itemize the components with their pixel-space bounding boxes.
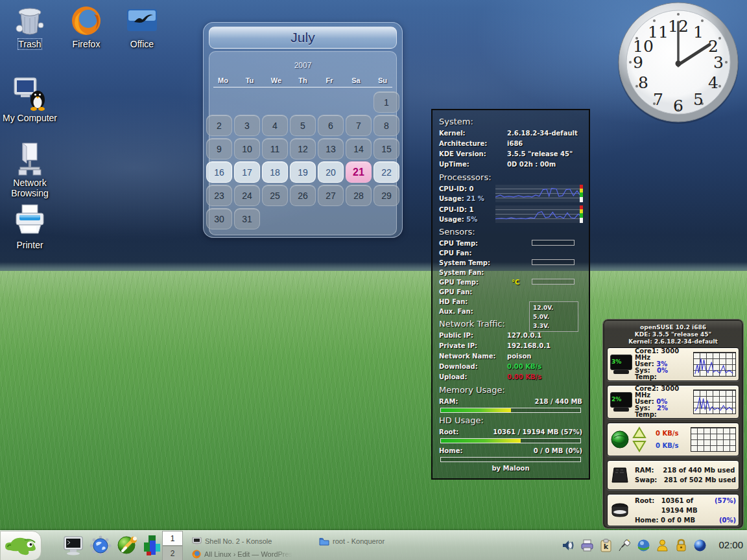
calendar-day[interactable]: 14 bbox=[346, 138, 372, 159]
klipper-icon[interactable]: k bbox=[599, 539, 613, 552]
sensors-section: CPU Temp: CPU Fan: System Temp: System F… bbox=[439, 239, 582, 316]
desktop-icon-office[interactable]: Office bbox=[112, 4, 172, 49]
desktop-icon-my-computer[interactable]: My Computer bbox=[0, 75, 60, 123]
cpu-screen-icon: 3% bbox=[610, 355, 631, 374]
calendar-day[interactable]: 23 bbox=[206, 185, 232, 206]
calendar-day[interactable]: 30 bbox=[206, 208, 232, 229]
section-processors-title: Processsors: bbox=[439, 172, 582, 182]
office-icon bbox=[125, 4, 159, 38]
calendar-day[interactable]: 28 bbox=[346, 185, 372, 206]
swap-used: 281 of 502 Mb used bbox=[664, 476, 736, 484]
calendar-day[interactable]: 9 bbox=[206, 138, 232, 159]
yast-icon bbox=[117, 535, 139, 556]
download-rate: 0.00 KB/s bbox=[507, 362, 541, 372]
calendar-day[interactable]: 6 bbox=[318, 115, 344, 136]
taskbar: 1 2 Shell No. 2 - Konsole root - Konquer… bbox=[0, 530, 747, 560]
calendar-widget[interactable]: July 2007 Mo Tu We Th Fr Sa Su 1 2 3 4 5… bbox=[203, 22, 403, 238]
calendar-day[interactable]: 31 bbox=[234, 208, 260, 229]
calendar-day[interactable]: 16 bbox=[206, 161, 232, 183]
calendar-day[interactable]: 26 bbox=[290, 185, 316, 206]
taskbar-task-konsole[interactable]: Shell No. 2 - Konsole bbox=[192, 535, 315, 548]
core2-block: 2% Core2: 3000 MHz User: 0% Sys: 2% Temp… bbox=[607, 385, 739, 419]
calendar-day[interactable]: 3 bbox=[234, 115, 260, 136]
analog-clock-widget[interactable]: 12 1 2 3 4 5 6 7 8 9 10 11 bbox=[615, 1, 743, 126]
kmenu-button[interactable] bbox=[0, 531, 42, 560]
system-tray: k bbox=[562, 539, 707, 552]
power-plug-icon[interactable] bbox=[618, 539, 632, 552]
upload-rate: 0.00 KB/s bbox=[507, 372, 541, 382]
konsole-launcher[interactable] bbox=[62, 535, 84, 559]
network-icon bbox=[12, 141, 47, 176]
calendar-day[interactable]: 11 bbox=[262, 138, 288, 159]
system-monitor-widget[interactable]: System: Kernel:2.6.18.2-34-default Archi… bbox=[431, 109, 590, 480]
core1-block: 3% Core1: 3000 MHz User: 3% Sys: 0% Temp… bbox=[607, 347, 739, 381]
task-title: Shell No. 2 - Konsole bbox=[205, 537, 272, 545]
calendar-day[interactable]: 12 bbox=[290, 138, 316, 159]
section-system-title: System: bbox=[439, 117, 582, 126]
taskbar-task-firefox[interactable]: All Linux › Edit — WordPres bbox=[192, 548, 335, 560]
calendar-day[interactable]: 20 bbox=[318, 161, 344, 183]
calendar-day[interactable]: 22 bbox=[374, 161, 399, 183]
calendar-weekday-row: Mo Tu We Th Fr Sa Su bbox=[213, 76, 392, 88]
printer-tray-icon[interactable] bbox=[580, 539, 594, 552]
calendar-day[interactable]: 13 bbox=[318, 138, 344, 159]
system-temp-bar bbox=[532, 259, 575, 265]
pager-desktop-2[interactable]: 2 bbox=[162, 546, 183, 560]
suse-geeko-icon bbox=[3, 533, 39, 558]
calendar-day[interactable]: 15 bbox=[374, 138, 399, 159]
network-manager-icon[interactable] bbox=[637, 539, 650, 552]
calendar-day[interactable]: 2 bbox=[206, 115, 232, 136]
yast-launcher[interactable] bbox=[117, 535, 139, 559]
upload-arrow-icon bbox=[632, 426, 646, 439]
task-title: root - Konqueror bbox=[333, 537, 385, 545]
widget-credit: by Maloon bbox=[439, 465, 582, 472]
sysguard-launcher[interactable] bbox=[143, 535, 161, 559]
wallet-lock-icon[interactable] bbox=[674, 539, 688, 552]
weekday-label: Fr bbox=[316, 76, 342, 84]
calendar-grid: 1 2 3 4 5 6 7 8 9 10 11 12 13 14 15 16 1… bbox=[213, 88, 392, 235]
cpu-id-label: CPU-ID: 1 bbox=[439, 205, 495, 215]
computer-penguin-icon bbox=[12, 75, 48, 111]
core1-graph bbox=[693, 352, 736, 377]
calendar-day[interactable]: 25 bbox=[262, 185, 288, 206]
core2-graph bbox=[693, 390, 736, 414]
pager-desktop-1[interactable]: 1 bbox=[162, 531, 183, 546]
calendar-day[interactable]: 10 bbox=[234, 138, 260, 159]
firefox-icon bbox=[69, 4, 103, 38]
calendar-day[interactable]: 24 bbox=[234, 185, 260, 206]
calendar-day[interactable]: 7 bbox=[346, 115, 372, 136]
volume-icon[interactable] bbox=[562, 539, 575, 552]
clock-number: 7 bbox=[653, 90, 663, 109]
calendar-day[interactable]: 5 bbox=[290, 115, 316, 136]
calendar-day[interactable]: 19 bbox=[290, 161, 316, 183]
desktop-icon-label: Network Browsing bbox=[0, 178, 60, 198]
cpu1-meter bbox=[580, 205, 583, 223]
weekday-label: Sa bbox=[343, 76, 369, 84]
ram-bar bbox=[440, 408, 581, 413]
network-graph bbox=[691, 427, 736, 452]
konqueror-launcher[interactable] bbox=[89, 535, 112, 559]
blue-sphere-icon[interactable] bbox=[693, 539, 707, 552]
presence-user-icon[interactable] bbox=[656, 539, 669, 552]
taskbar-task-konqueror[interactable]: root - Konqueror bbox=[319, 535, 436, 548]
calendar-day[interactable]: 17 bbox=[234, 161, 260, 183]
calendar-day[interactable]: 1 bbox=[374, 91, 399, 113]
calendar-day[interactable]: 29 bbox=[374, 185, 399, 206]
network-globe-icon bbox=[610, 430, 630, 449]
calendar-day[interactable]: 27 bbox=[318, 185, 344, 206]
root-used: 10361 of 19194 MB bbox=[661, 496, 715, 515]
taskbar-clock[interactable]: 02:00 bbox=[718, 539, 743, 550]
calendar-day-today[interactable]: 21 bbox=[346, 161, 372, 183]
clock-number: 11 bbox=[648, 23, 669, 41]
calendar-day[interactable]: 18 bbox=[262, 161, 288, 183]
calendar-day[interactable]: 8 bbox=[374, 115, 399, 136]
weekday-label: Su bbox=[370, 76, 396, 84]
desktop-icon-trash[interactable]: Trash bbox=[0, 4, 60, 49]
private-ip: 192.168.0.1 bbox=[507, 341, 551, 351]
desktop-icon-printer[interactable]: Printer bbox=[0, 204, 60, 250]
calendar-day[interactable]: 4 bbox=[262, 115, 288, 136]
cpu0-monitor: CPU-ID: 0 Usage: 21 % bbox=[439, 184, 582, 204]
gkrellm-panel[interactable]: openSUSE 10.2 i686 KDE: 3.5.5 "release 4… bbox=[603, 320, 743, 528]
desktop-icon-firefox[interactable]: Firefox bbox=[56, 4, 116, 49]
desktop-icon-network-browsing[interactable]: Network Browsing bbox=[0, 141, 60, 198]
